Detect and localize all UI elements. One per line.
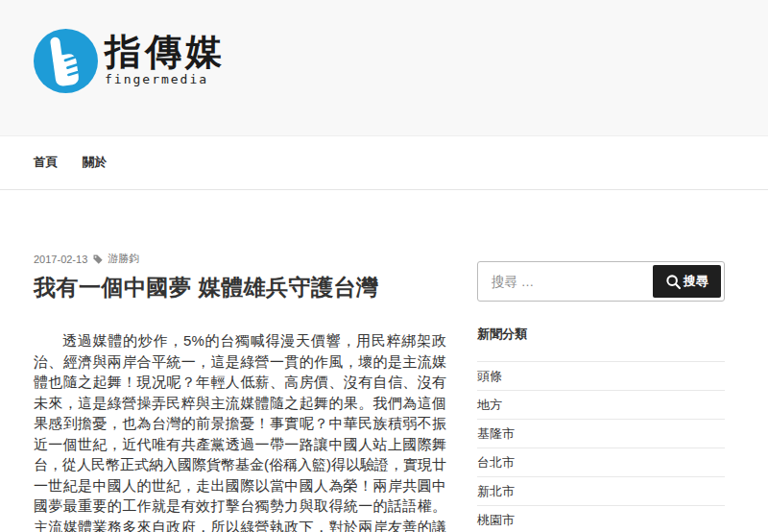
site-logo[interactable] [34,29,98,93]
sidebar: 搜尋 新聞分類 頭條 地方 基隆市 台北市 新北市 桃園市 [477,190,725,532]
nav-item-about[interactable]: 關於 [83,155,107,171]
site-title-block: 指傳媒 fingermedia [105,29,226,86]
category-item-local[interactable]: 地方 [477,391,725,420]
search-icon [665,274,682,290]
category-item-headline[interactable]: 頭條 [477,362,725,391]
article-body: 透過媒體的炒作，5%的台獨喊得漫天價響，用民粹綁架政治、經濟與兩岸合平統一，這是… [34,330,446,532]
category-item-taoyuan[interactable]: 桃園市 [477,506,725,532]
post-date[interactable]: 2017-02-13 [34,254,87,265]
entry-meta: 2017-02-13 游勝鈞 [34,252,446,266]
category-item-newtaipei[interactable]: 新北市 [477,477,725,506]
category-item-taipei[interactable]: 台北市 [477,448,725,477]
article: 2017-02-13 游勝鈞 我有一個中國夢 媒體雄兵守護台灣 透過媒體的炒作，… [34,190,446,532]
search-form: 搜尋 [477,261,725,302]
site-branding: 指傳媒 fingermedia [0,0,768,93]
page-title: 我有一個中國夢 媒體雄兵守護台灣 [34,274,446,301]
finger-hand-icon [34,29,98,93]
post-author[interactable]: 游勝鈞 [108,252,139,266]
main-nav: 首頁 關於 [0,135,768,190]
site-title[interactable]: 指傳媒 [105,33,226,71]
search-button-label: 搜尋 [684,273,708,290]
site-subtitle: fingermedia [105,72,226,86]
nav-item-home[interactable]: 首頁 [34,155,58,171]
site-header: 指傳媒 fingermedia [0,0,768,135]
categories-list: 頭條 地方 基隆市 台北市 新北市 桃園市 [477,361,725,532]
categories-widget-title: 新聞分類 [477,326,725,343]
search-button[interactable]: 搜尋 [653,265,721,298]
tag-icon [92,254,104,265]
content-area: 2017-02-13 游勝鈞 我有一個中國夢 媒體雄兵守護台灣 透過媒體的炒作，… [0,190,768,532]
category-item-keelung[interactable]: 基隆市 [477,420,725,448]
